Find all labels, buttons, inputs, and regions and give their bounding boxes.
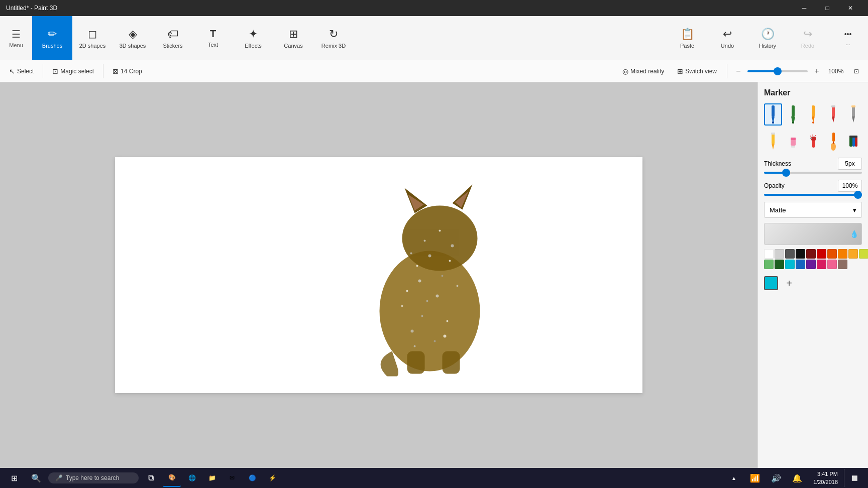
- color-dark-red[interactable]: [806, 249, 816, 259]
- toolbar-history[interactable]: 🕐 History: [747, 16, 788, 60]
- network-icon[interactable]: 📶: [745, 469, 765, 487]
- chevron-down-icon: ▾: [853, 206, 856, 214]
- zoom-out-button[interactable]: −: [732, 65, 744, 77]
- brush-eraser[interactable]: [784, 131, 802, 153]
- maximize-button[interactable]: □: [816, 0, 839, 16]
- canvas[interactable]: [115, 157, 642, 393]
- svg-point-22: [414, 345, 416, 347]
- taskbar-app-chrome[interactable]: 🔵: [243, 469, 261, 487]
- color-dark-gray[interactable]: [785, 249, 795, 259]
- opacity-value[interactable]: 100%: [838, 180, 862, 192]
- crop-button[interactable]: ⊠ 14 Crop: [107, 65, 147, 77]
- brush-oil[interactable]: [804, 103, 822, 126]
- thickness-value[interactable]: 5px: [838, 158, 862, 170]
- svg-rect-39: [831, 105, 835, 107]
- menu-button[interactable]: ☰ Menu: [0, 16, 32, 60]
- color-light-gray[interactable]: [775, 249, 784, 259]
- search-bar[interactable]: 🎤 Type here to search: [48, 472, 139, 483]
- notification-icon[interactable]: 🔔: [787, 469, 807, 487]
- stickers-icon: 🏷: [167, 28, 178, 41]
- color-brown[interactable]: [838, 260, 847, 269]
- minimize-button[interactable]: ─: [793, 0, 816, 16]
- svg-rect-33: [792, 121, 794, 124]
- search-button[interactable]: 🔍: [26, 469, 46, 487]
- color-orange[interactable]: [827, 249, 837, 259]
- svg-point-20: [401, 305, 403, 307]
- eyedropper-button[interactable]: 💧: [850, 230, 858, 238]
- zoom-slider[interactable]: [747, 70, 808, 72]
- toolbar-undo[interactable]: ↩ Undo: [707, 16, 747, 60]
- svg-point-15: [411, 330, 414, 333]
- color-lime[interactable]: [859, 249, 868, 259]
- remix3d-label: Remix 3D: [321, 43, 346, 49]
- color-amber[interactable]: [838, 249, 847, 259]
- toolbar-more[interactable]: ••• ...: [828, 16, 868, 60]
- color-pink[interactable]: [817, 260, 826, 269]
- color-cyan[interactable]: [785, 260, 795, 269]
- start-button[interactable]: ⊞: [4, 469, 24, 487]
- mixed-reality-button[interactable]: ◎ Mixed reality: [617, 65, 669, 77]
- brush-crayon[interactable]: [824, 103, 842, 126]
- fit-to-screen-button[interactable]: ⊡: [849, 66, 864, 77]
- select-button[interactable]: ↖ Select: [4, 65, 39, 77]
- svg-rect-58: [849, 137, 852, 147]
- taskbar-app-paint3d[interactable]: 🎨: [163, 469, 181, 487]
- switch-view-button[interactable]: ⊞ Switch view: [672, 65, 722, 77]
- brush-watercolor[interactable]: [824, 131, 842, 153]
- color-dark-green[interactable]: [775, 260, 784, 269]
- taskbar-app-extra[interactable]: ⚡: [263, 469, 281, 487]
- toolbar-stickers[interactable]: 🏷 Stickers: [153, 16, 193, 60]
- texture-dropdown[interactable]: Matte ▾: [764, 202, 862, 218]
- add-color-button[interactable]: +: [782, 276, 796, 290]
- brush-pattern[interactable]: [844, 131, 862, 153]
- active-color-swatch[interactable]: [764, 276, 778, 290]
- color-red[interactable]: [817, 249, 826, 259]
- toolbar-3d-shapes[interactable]: ◈ 3D shapes: [113, 16, 153, 60]
- svg-point-13: [421, 315, 423, 317]
- color-blue[interactable]: [796, 260, 805, 269]
- brush-pencil[interactable]: [844, 103, 862, 126]
- canvas-area[interactable]: [0, 82, 757, 468]
- color-preview: 💧: [764, 223, 862, 245]
- brushes-label: Brushes: [42, 43, 62, 49]
- svg-marker-32: [791, 116, 795, 121]
- volume-icon[interactable]: 🔊: [766, 469, 786, 487]
- color-purple[interactable]: [806, 260, 816, 269]
- svg-rect-49: [812, 140, 815, 148]
- brush-marker-blue[interactable]: [764, 103, 782, 126]
- tray-up-arrow[interactable]: ▲: [724, 469, 744, 487]
- magic-select-button[interactable]: ⊡ Magic select: [47, 65, 99, 77]
- show-desktop-button[interactable]: ⬜: [844, 469, 864, 487]
- color-white[interactable]: [764, 249, 774, 259]
- color-yellow[interactable]: [848, 249, 858, 259]
- svg-point-17: [424, 240, 426, 242]
- thickness-slider[interactable]: [764, 172, 862, 174]
- task-view-button[interactable]: ⧉: [141, 469, 161, 487]
- color-actions: +: [764, 276, 862, 290]
- color-green[interactable]: [764, 260, 774, 269]
- color-black[interactable]: [796, 249, 805, 259]
- toolbar-brushes[interactable]: ✏ Brushes: [32, 16, 72, 60]
- taskbar-clock[interactable]: 3:41 PM 1/20/2018: [809, 470, 842, 486]
- close-button[interactable]: ✕: [839, 0, 862, 16]
- system-tray: ▲ 📶 🔊 🔔: [724, 469, 807, 487]
- toolbar-paste[interactable]: 📋 Paste: [667, 16, 707, 60]
- opacity-slider[interactable]: [764, 194, 862, 196]
- toolbar-text[interactable]: T Text: [193, 16, 233, 60]
- taskbar-app-mail[interactable]: ✉: [223, 469, 241, 487]
- svg-point-10: [442, 275, 444, 277]
- color-light-pink[interactable]: [827, 260, 837, 269]
- mixed-reality-label: Mixed reality: [630, 68, 664, 75]
- brush-pencil2[interactable]: [764, 131, 782, 153]
- toolbar-redo[interactable]: ↪ Redo: [788, 16, 828, 60]
- zoom-in-button[interactable]: +: [811, 65, 823, 77]
- taskbar-app-explorer[interactable]: 📁: [203, 469, 221, 487]
- toolbar-canvas[interactable]: ⊞ Canvas: [273, 16, 313, 60]
- toolbar-2d-shapes[interactable]: ◻ 2D shapes: [72, 16, 113, 60]
- taskbar-app-edge[interactable]: 🌐: [183, 469, 201, 487]
- toolbar-effects[interactable]: ✦ Effects: [233, 16, 273, 60]
- toolbar-remix3d[interactable]: ↻ Remix 3D: [313, 16, 354, 60]
- brush-spray[interactable]: [804, 131, 822, 153]
- brush-calligraphy[interactable]: [784, 103, 802, 126]
- svg-point-25: [418, 280, 421, 283]
